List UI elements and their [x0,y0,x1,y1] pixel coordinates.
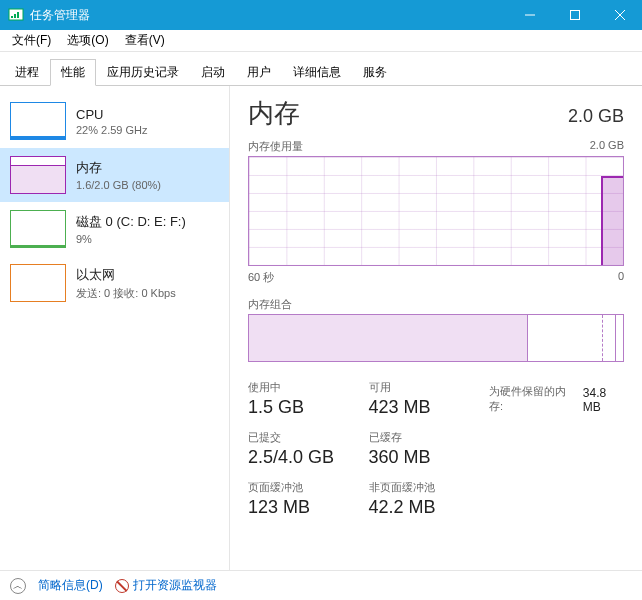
stat-reserved: 为硬件保留的内存: 34.8 MB [489,380,624,418]
titlebar: 任务管理器 [0,0,642,30]
sidebar-item-sub: 22% 2.59 GHz [76,124,148,136]
tab-processes[interactable]: 进程 [4,59,50,86]
chevron-up-icon: ︿ [10,578,26,594]
tab-services[interactable]: 服务 [352,59,398,86]
app-icon [8,7,24,23]
memory-detail: 内存 2.0 GB 内存使用量 2.0 GB 60 秒 0 内存组合 使用中 1… [230,86,642,570]
performance-sidebar: CPU 22% 2.59 GHz 内存 1.6/2.0 GB (80%) 磁盘 … [0,86,230,570]
sidebar-item-sub: 1.6/2.0 GB (80%) [76,179,161,191]
memory-usage-chart [248,156,624,266]
open-resource-monitor-link[interactable]: 打开资源监视器 [115,577,217,594]
stat-committed: 已提交 2.5/4.0 GB [248,430,361,468]
usage-chart-label: 内存使用量 [248,139,303,154]
tab-users[interactable]: 用户 [236,59,282,86]
sidebar-item-label: 内存 [76,159,161,177]
tab-details[interactable]: 详细信息 [282,59,352,86]
cpu-thumb-icon [10,102,66,140]
resource-monitor-icon [115,579,129,593]
svg-rect-1 [11,16,13,18]
svg-rect-5 [570,11,579,20]
detail-title: 内存 [248,96,300,131]
disk-thumb-icon [10,210,66,248]
sidebar-item-sub: 9% [76,233,186,245]
fewer-details-link[interactable]: 简略信息(D) [38,577,103,594]
memory-capacity: 2.0 GB [568,106,624,127]
main-area: CPU 22% 2.59 GHz 内存 1.6/2.0 GB (80%) 磁盘 … [0,86,642,570]
stat-in-use: 使用中 1.5 GB [248,380,361,418]
memory-composition-chart [248,314,624,362]
tab-performance[interactable]: 性能 [50,59,96,86]
composition-label: 内存组合 [248,297,292,312]
menubar: 文件(F) 选项(O) 查看(V) [0,30,642,52]
tab-bar: 进程 性能 应用历史记录 启动 用户 详细信息 服务 [0,52,642,86]
sidebar-item-cpu[interactable]: CPU 22% 2.59 GHz [0,94,229,148]
tab-startup[interactable]: 启动 [190,59,236,86]
menu-options[interactable]: 选项(O) [59,30,116,51]
sidebar-item-disk[interactable]: 磁盘 0 (C: D: E: F:) 9% [0,202,229,256]
maximize-button[interactable] [552,0,597,30]
sidebar-item-ethernet[interactable]: 以太网 发送: 0 接收: 0 Kbps [0,256,229,310]
close-button[interactable] [597,0,642,30]
sidebar-item-label: CPU [76,107,148,122]
window-title: 任务管理器 [30,7,507,24]
chart-x-left: 60 秒 [248,270,274,285]
stat-nonpaged-pool: 非页面缓冲池 42.2 MB [369,480,482,518]
sidebar-item-label: 磁盘 0 (C: D: E: F:) [76,213,186,231]
ethernet-thumb-icon [10,264,66,302]
usage-chart-max: 2.0 GB [590,139,624,154]
sidebar-item-label: 以太网 [76,266,176,284]
stat-paged-pool: 页面缓冲池 123 MB [248,480,361,518]
memory-thumb-icon [10,156,66,194]
tab-app-history[interactable]: 应用历史记录 [96,59,190,86]
stat-available: 可用 423 MB [369,380,482,418]
footer: ︿ 简略信息(D) 打开资源监视器 [0,570,642,600]
menu-file[interactable]: 文件(F) [4,30,59,51]
sidebar-item-sub: 发送: 0 接收: 0 Kbps [76,286,176,301]
chart-x-right: 0 [618,270,624,285]
svg-rect-2 [14,14,16,18]
sidebar-item-memory[interactable]: 内存 1.6/2.0 GB (80%) [0,148,229,202]
stat-cached: 已缓存 360 MB [369,430,482,468]
menu-view[interactable]: 查看(V) [117,30,173,51]
svg-rect-3 [17,12,19,18]
minimize-button[interactable] [507,0,552,30]
